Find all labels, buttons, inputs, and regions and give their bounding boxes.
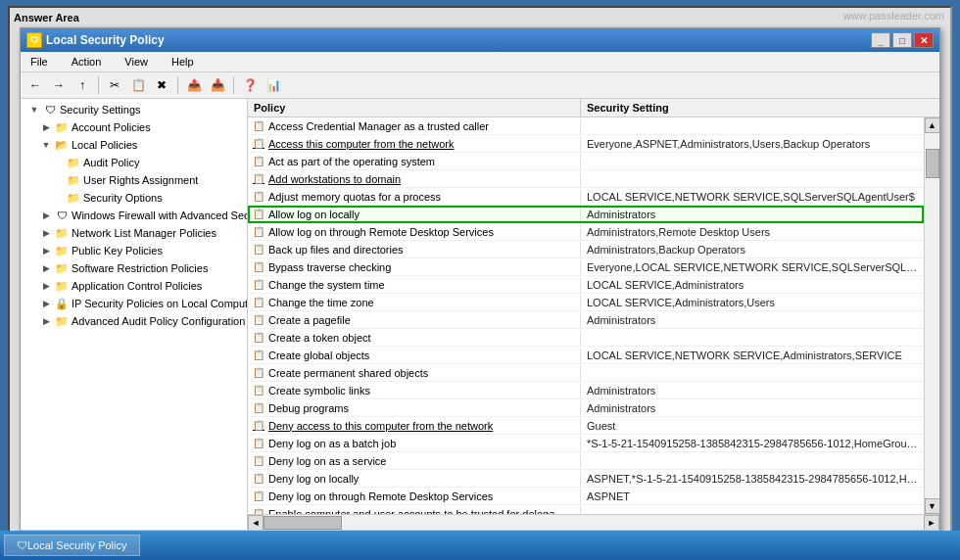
list-item[interactable]: 📋Change the system timeLOCAL SERVICE,Adm…	[248, 276, 924, 294]
list-item[interactable]: 📋Access this computer from the networkEv…	[248, 135, 924, 153]
list-item[interactable]: 📋Allow log on locallyAdministrators	[248, 206, 924, 223]
policy-icon-small: 📋	[252, 119, 265, 133]
scroll-thumb[interactable]	[926, 149, 939, 178]
list-item[interactable]: 📋Act as part of the operating system	[248, 153, 924, 170]
scroll-left-arrow[interactable]: ◄	[248, 515, 264, 531]
shield-icon: 🛡	[42, 102, 58, 117]
expand-icon-nl: ▶	[40, 227, 52, 239]
policy-cell: 📋Access Credential Manager as a trusted …	[248, 118, 581, 134]
sidebar-item-app-control[interactable]: ▶ 📁 Application Control Policies	[21, 277, 247, 295]
scroll-down-arrow[interactable]: ▼	[925, 498, 940, 514]
list-item[interactable]: 📋Access Credential Manager as a trusted …	[248, 117, 924, 135]
list-item[interactable]: 📋Adjust memory quotas for a processLOCAL…	[248, 188, 924, 206]
menu-bar: File Action View Help	[21, 52, 939, 72]
list-header: Policy Security Setting	[248, 99, 939, 117]
sidebar-item-firewall-advanced[interactable]: ▶ 🛡 Windows Firewall with Advanced Secu.…	[21, 207, 247, 224]
sidebar-item-software-restriction[interactable]: ▶ 📁 Software Restriction Policies	[21, 259, 247, 277]
expand-icon-ur	[52, 174, 64, 186]
properties-button[interactable]: 📊	[263, 74, 284, 96]
h-scroll-track[interactable]	[264, 516, 924, 530]
policy-icon-small: 📋	[252, 437, 265, 450]
policy-cell: 📋Act as part of the operating system	[248, 154, 581, 169]
sidebar-item-user-rights[interactable]: 📁 User Rights Assignment	[21, 171, 247, 189]
sidebar-item-ip-security[interactable]: ▶ 🔒 IP Security Policies on Local Comput…	[21, 295, 247, 312]
minimize-button[interactable]: _	[871, 32, 890, 48]
policy-icon-small: 📋	[252, 331, 265, 345]
close-button[interactable]: ✕	[914, 32, 934, 48]
maximize-button[interactable]: □	[892, 32, 912, 48]
sidebar-item-public-key[interactable]: ▶ 📁 Public Key Policies	[21, 242, 247, 259]
bottom-scrollbar[interactable]: ◄ ►	[248, 514, 939, 530]
scroll-up-arrow[interactable]: ▲	[925, 117, 940, 133]
list-item[interactable]: 📋Debug programsAdministrators	[248, 399, 924, 417]
list-item[interactable]: 📋Deny log on locallyASPNET,*S-1-5-21-154…	[248, 470, 924, 488]
list-item[interactable]: 📋Create symbolic linksAdministrators	[248, 382, 924, 399]
policy-cell: 📋Create permanent shared objects	[248, 365, 581, 381]
help-button[interactable]: ❓	[239, 74, 261, 96]
list-item[interactable]: 📋Create a token object	[248, 329, 924, 347]
list-item[interactable]: 📋Create permanent shared objects	[248, 364, 924, 382]
policy-cell: 📋Deny log on locally	[248, 471, 581, 487]
setting-cell: LOCAL SERVICE,Administrators	[581, 278, 924, 292]
menu-view[interactable]: View	[119, 54, 154, 70]
policy-icon-small: 📋	[252, 137, 265, 151]
taskbar-window-button[interactable]: 🛡 Local Security Policy	[4, 535, 140, 556]
menu-file[interactable]: File	[24, 54, 54, 70]
expand-icon-pk: ▶	[40, 245, 52, 257]
list-item[interactable]: 📋Deny access to this computer from the n…	[248, 417, 924, 435]
folder-icon-audit: 📁	[66, 155, 81, 170]
list-item[interactable]: 📋Deny log on through Remote Desktop Serv…	[248, 488, 924, 505]
list-item[interactable]: 📋Change the time zoneLOCAL SERVICE,Admin…	[248, 294, 924, 311]
list-item[interactable]: 📋Deny log on as a service	[248, 452, 924, 470]
policy-cell: 📋Debug programs	[248, 400, 581, 416]
list-item[interactable]: 📋Create global objectsLOCAL SERVICE,NETW…	[248, 347, 924, 364]
sidebar-item-security-options[interactable]: 📁 Security Options	[21, 189, 247, 207]
policy-name: Adjust memory quotas for a process	[268, 191, 441, 203]
list-item[interactable]: 📋Deny log on as a batch job*S-1-5-21-154…	[248, 435, 924, 452]
cut-button[interactable]: ✂	[104, 74, 125, 96]
list-item[interactable]: 📋Back up files and directoriesAdministra…	[248, 241, 924, 258]
sidebar-item-audit-policy[interactable]: 📁 Audit Policy	[21, 154, 247, 171]
answer-area-label: Answer Area	[14, 12, 946, 23]
setting-cell: LOCAL SERVICE,Administrators,Users	[581, 296, 924, 309]
sidebar-label-user-rights: User Rights Assignment	[83, 174, 198, 186]
setting-cell: Administrators	[581, 401, 924, 415]
import-button[interactable]: 📥	[207, 74, 228, 96]
list-item[interactable]: 📋Create a pagefileAdministrators	[248, 311, 924, 329]
policy-icon-small: 📋	[252, 419, 265, 433]
sidebar-item-advanced-audit[interactable]: ▶ 📁 Advanced Audit Policy Configuration	[21, 312, 247, 330]
expand-icon-ac: ▶	[40, 280, 52, 292]
menu-help[interactable]: Help	[166, 54, 200, 70]
policy-name: Create a pagefile	[268, 314, 351, 326]
forward-button[interactable]: →	[48, 74, 70, 96]
export-button[interactable]: 📤	[183, 74, 205, 96]
sidebar-item-account-policies[interactable]: ▶ 📁 Account Policies	[21, 118, 247, 136]
setting-cell	[581, 372, 924, 374]
h-scroll-thumb[interactable]	[264, 516, 342, 530]
policy-name: Deny log on through Remote Desktop Servi…	[268, 490, 493, 502]
expand-icon: ▼	[28, 104, 40, 116]
policy-name: Create permanent shared objects	[268, 367, 428, 379]
sidebar-item-local-policies[interactable]: ▼ 📂 Local Policies	[21, 136, 247, 154]
policy-cell: 📋Deny access to this computer from the n…	[248, 418, 581, 434]
sidebar-item-network-list[interactable]: ▶ 📁 Network List Manager Policies	[21, 224, 247, 242]
back-button[interactable]: ←	[24, 74, 46, 96]
sidebar-item-security-settings[interactable]: ▼ 🛡 Security Settings	[21, 101, 247, 118]
scrollbar-right[interactable]: ▲ ▼	[924, 117, 939, 514]
delete-button[interactable]: ✖	[151, 74, 172, 96]
up-button[interactable]: ↑	[72, 74, 93, 96]
toolbar-sep-3	[233, 76, 234, 94]
list-item[interactable]: 📋Enable computer and user accounts to be…	[248, 505, 924, 514]
setting-cell: Guest	[581, 419, 924, 433]
list-item[interactable]: 📋Add workstations to domain	[248, 170, 924, 188]
policy-icon-small: 📋	[252, 490, 265, 503]
copy-button[interactable]: 📋	[127, 74, 149, 96]
scroll-right-arrow[interactable]: ►	[924, 515, 939, 531]
policy-icon-small: 📋	[252, 296, 265, 309]
list-item[interactable]: 📋Allow log on through Remote Desktop Ser…	[248, 223, 924, 241]
menu-action[interactable]: Action	[66, 54, 108, 70]
sidebar: ▼ 🛡 Security Settings ▶ 📁 Account Polici…	[21, 99, 248, 530]
sidebar-label-ip-security: IP Security Policies on Local Compute...	[72, 298, 248, 309]
lock-icon-ip: 🔒	[54, 296, 70, 311]
list-item[interactable]: 📋Bypass traverse checkingEveryone,LOCAL …	[248, 258, 924, 276]
